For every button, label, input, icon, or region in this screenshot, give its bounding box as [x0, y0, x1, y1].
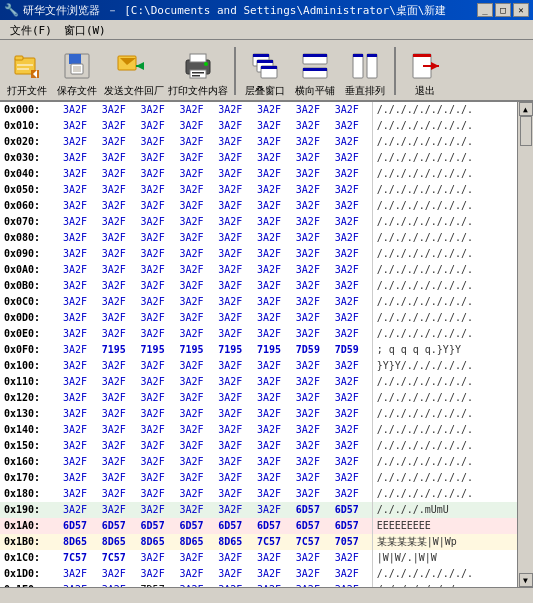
ascii-representation: /./././././././. — [372, 230, 517, 246]
table-row: 0x1C0:7C577C573A2F3A2F3A2F3A2F3A2F3A2F|W… — [0, 550, 517, 566]
hex-byte: 6D57 — [61, 518, 100, 534]
hex-byte: 3A2F — [177, 374, 216, 390]
hex-byte: 3A2F — [294, 230, 333, 246]
hex-byte: 3A2F — [177, 294, 216, 310]
ascii-representation: /./././././././. — [372, 486, 517, 502]
table-row: 0x180:3A2F3A2F3A2F3A2F3A2F3A2F3A2F3A2F/.… — [0, 486, 517, 502]
open-file-icon — [9, 48, 45, 84]
scroll-thumb[interactable] — [520, 116, 532, 146]
cascade-icon — [247, 48, 283, 84]
open-file-button[interactable]: 打开文件 — [4, 48, 50, 98]
minimize-button[interactable]: _ — [477, 3, 493, 17]
hex-byte: 3A2F — [255, 150, 294, 166]
scrollbar[interactable]: ▲ ▼ — [517, 102, 533, 587]
ascii-representation: /./././././././. — [372, 278, 517, 294]
hex-byte: 3A2F — [294, 470, 333, 486]
ascii-representation: /./././././././. — [372, 134, 517, 150]
menu-window[interactable]: 窗口(W) — [58, 22, 112, 37]
hex-byte: 3A2F — [177, 246, 216, 262]
hex-address: 0x1C0: — [0, 550, 61, 566]
hex-byte: 3A2F — [139, 262, 178, 278]
table-row: 0x130:3A2F3A2F3A2F3A2F3A2F3A2F3A2F3A2F/.… — [0, 406, 517, 422]
hex-address: 0x0C0: — [0, 294, 61, 310]
hex-byte: 3A2F — [255, 262, 294, 278]
hex-byte: 3A2F — [294, 214, 333, 230]
hex-byte: 3A2F — [177, 470, 216, 486]
hex-byte: 3A2F — [61, 454, 100, 470]
hex-byte: 3A2F — [294, 262, 333, 278]
htile-button[interactable]: 横向平铺 — [292, 48, 338, 98]
table-row: 0x040:3A2F3A2F3A2F3A2F3A2F3A2F3A2F3A2F/.… — [0, 166, 517, 182]
hex-byte: 3A2F — [333, 326, 373, 342]
menu-file[interactable]: 文件(F) — [4, 22, 58, 37]
hex-byte: 3A2F — [333, 438, 373, 454]
hex-byte: 3A2F — [294, 278, 333, 294]
hex-byte: 3A2F — [61, 486, 100, 502]
hex-byte: 3A2F — [333, 310, 373, 326]
hex-byte: 3A2F — [100, 326, 139, 342]
ascii-representation: EEEEEEEEE — [372, 518, 517, 534]
hex-byte: 6D57 — [100, 518, 139, 534]
hex-byte: 3A2F — [333, 278, 373, 294]
hex-byte: 7C57 — [294, 534, 333, 550]
title-bar-controls: _ □ ✕ — [477, 3, 529, 17]
hex-address: 0x0D0: — [0, 310, 61, 326]
hex-byte: 8D65 — [139, 534, 178, 550]
hex-byte: 3A2F — [100, 134, 139, 150]
hex-byte: 3A2F — [61, 374, 100, 390]
hex-byte: 3A2F — [139, 310, 178, 326]
hex-byte: 3A2F — [333, 118, 373, 134]
hex-view[interactable]: 0x000:3A2F3A2F3A2F3A2F3A2F3A2F3A2F3A2F/.… — [0, 102, 517, 587]
table-row: 0x030:3A2F3A2F3A2F3A2F3A2F3A2F3A2F3A2F/.… — [0, 150, 517, 166]
hex-byte: 3A2F — [294, 358, 333, 374]
hex-byte: 3A2F — [333, 470, 373, 486]
hex-byte: 3A2F — [139, 566, 178, 582]
hex-byte: 3A2F — [255, 310, 294, 326]
hex-byte: 3A2F — [139, 166, 178, 182]
save-file-button[interactable]: 保存文件 — [54, 48, 100, 98]
hex-byte: 3A2F — [100, 118, 139, 134]
hex-address: 0x0A0: — [0, 262, 61, 278]
hex-byte: 6D57 — [333, 518, 373, 534]
ascii-representation: /./././././././. — [372, 246, 517, 262]
maximize-button[interactable]: □ — [495, 3, 511, 17]
hex-byte: 3A2F — [333, 486, 373, 502]
hex-address: 0x1A0: — [0, 518, 61, 534]
table-row: 0x1A0:6D576D576D576D576D576D576D576D57EE… — [0, 518, 517, 534]
hex-byte: 3A2F — [333, 566, 373, 582]
hex-byte: 3A2F — [61, 246, 100, 262]
cascade-button[interactable]: 层叠窗口 — [242, 48, 288, 98]
ascii-representation: /./././././././. — [372, 102, 517, 118]
print-file-button[interactable]: 打印文件内容 — [168, 48, 228, 98]
hex-byte: 3A2F — [177, 262, 216, 278]
hex-byte: 3A2F — [100, 230, 139, 246]
vtile-button[interactable]: 垂直排列 — [342, 48, 388, 98]
scroll-down-button[interactable]: ▼ — [519, 573, 533, 587]
hex-byte: 3A2F — [255, 438, 294, 454]
ascii-representation: /./././././././. — [372, 454, 517, 470]
hex-byte: 3A2F — [61, 294, 100, 310]
exit-button[interactable]: 退出 — [402, 48, 448, 98]
scroll-up-button[interactable]: ▲ — [519, 102, 533, 116]
hex-byte: 3A2F — [255, 566, 294, 582]
hex-byte: 3A2F — [333, 166, 373, 182]
hex-byte: 3A2F — [139, 214, 178, 230]
hex-byte: 3A2F — [100, 150, 139, 166]
ascii-representation: /./././././././. — [372, 310, 517, 326]
hex-byte: 3A2F — [216, 470, 255, 486]
hex-byte: 3A2F — [216, 230, 255, 246]
hex-byte: 6D57 — [216, 518, 255, 534]
send-file-button[interactable]: 发送文件回厂 — [104, 48, 164, 98]
hex-address: 0x080: — [0, 230, 61, 246]
hex-byte: 3A2F — [255, 102, 294, 118]
hex-byte: 3A2F — [177, 118, 216, 134]
close-button[interactable]: ✕ — [513, 3, 529, 17]
hex-byte: 3A2F — [177, 502, 216, 518]
hex-byte: 3A2F — [100, 358, 139, 374]
table-row: 0x0A0:3A2F3A2F3A2F3A2F3A2F3A2F3A2F3A2F/.… — [0, 262, 517, 278]
hex-byte: 3A2F — [216, 246, 255, 262]
table-row: 0x0B0:3A2F3A2F3A2F3A2F3A2F3A2F3A2F3A2F/.… — [0, 278, 517, 294]
exit-icon — [407, 48, 443, 84]
hex-byte: 3A2F — [61, 310, 100, 326]
hex-byte: 3A2F — [294, 182, 333, 198]
